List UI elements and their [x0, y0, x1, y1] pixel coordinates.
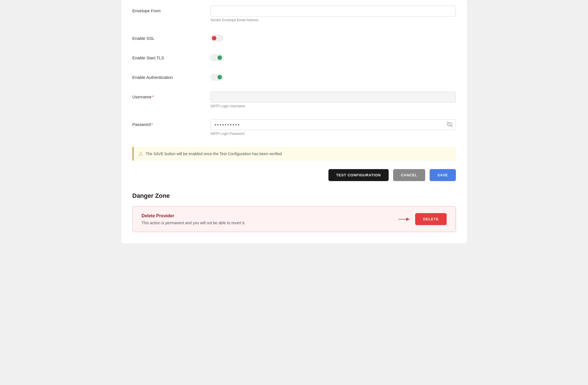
enable-tls-label: Enable Start TLS [132, 53, 210, 60]
enable-tls-dot [217, 55, 222, 60]
delete-provider-desc: This action is permanent and you will no… [142, 221, 399, 225]
warning-text: The SAVE button will be enabled once the… [146, 152, 282, 156]
username-hint: SMTP Login Username [210, 104, 456, 108]
enable-auth-label: Enable Authentication [132, 72, 210, 80]
warning-icon: ⚠ [139, 151, 143, 157]
enable-tls-field [210, 53, 456, 61]
enable-auth-dot [217, 75, 222, 79]
envelope-from-hint: Sender Envelope Email Address [210, 18, 456, 22]
username-input[interactable] [210, 92, 456, 103]
toggle-password-visibility-icon[interactable] [447, 121, 453, 128]
action-buttons: TEST CONFIGURATION CANCEL SAVE [132, 169, 456, 181]
enable-auth-toggle[interactable] [210, 74, 223, 81]
enable-auth-track [210, 74, 223, 81]
danger-zone-card: Delete Provider This action is permanent… [132, 206, 456, 232]
password-field: SMTP Login Password [210, 119, 456, 136]
envelope-from-row: Envelope From Sender Envelope Email Addr… [132, 0, 456, 28]
arrow-right-icon [398, 217, 410, 221]
warning-banner: ⚠ The SAVE button will be enabled once t… [132, 147, 456, 161]
danger-zone-title: Danger Zone [132, 192, 456, 199]
enable-tls-track [210, 54, 223, 61]
password-required-star: * [151, 122, 153, 127]
enable-tls-toggle[interactable] [210, 54, 223, 61]
svg-marker-2 [406, 218, 410, 221]
enable-ssl-row: Enable SSL [132, 28, 456, 47]
username-label: Username* [132, 92, 210, 99]
enable-ssl-track [210, 35, 223, 42]
test-configuration-button[interactable]: TEST CONFIGURATION [328, 169, 389, 181]
danger-card-content: Delete Provider This action is permanent… [142, 213, 399, 225]
save-button[interactable]: SAVE [430, 169, 456, 181]
username-field: SMTP Login Username [210, 92, 456, 108]
password-wrapper [210, 119, 456, 130]
enable-ssl-toggle[interactable] [210, 35, 223, 42]
password-row: Password* SMTP Login Password [132, 114, 456, 141]
enable-ssl-toggle-wrapper [210, 33, 456, 42]
enable-tls-row: Enable Start TLS [132, 47, 456, 67]
enable-auth-field [210, 72, 456, 81]
username-required-star: * [152, 94, 154, 99]
envelope-from-input[interactable] [210, 6, 456, 16]
envelope-from-label: Envelope From [132, 6, 210, 13]
password-hint: SMTP Login Password [210, 132, 456, 136]
cancel-button[interactable]: CANCEL [393, 169, 425, 181]
enable-auth-toggle-wrapper [210, 72, 456, 81]
enable-ssl-field [210, 33, 456, 42]
enable-auth-row: Enable Authentication [132, 67, 456, 86]
password-input[interactable] [210, 119, 456, 130]
password-label: Password* [132, 119, 210, 127]
envelope-from-field: Sender Envelope Email Address [210, 6, 456, 22]
danger-zone-section: Danger Zone Delete Provider This action … [132, 192, 456, 232]
username-row: Username* SMTP Login Username [132, 86, 456, 114]
enable-ssl-dot [212, 36, 216, 40]
enable-tls-toggle-wrapper [210, 53, 456, 61]
delete-provider-title: Delete Provider [142, 213, 399, 218]
danger-card-action: DELETE [398, 213, 446, 225]
delete-button[interactable]: DELETE [415, 213, 446, 225]
enable-ssl-label: Enable SSL [132, 33, 210, 41]
